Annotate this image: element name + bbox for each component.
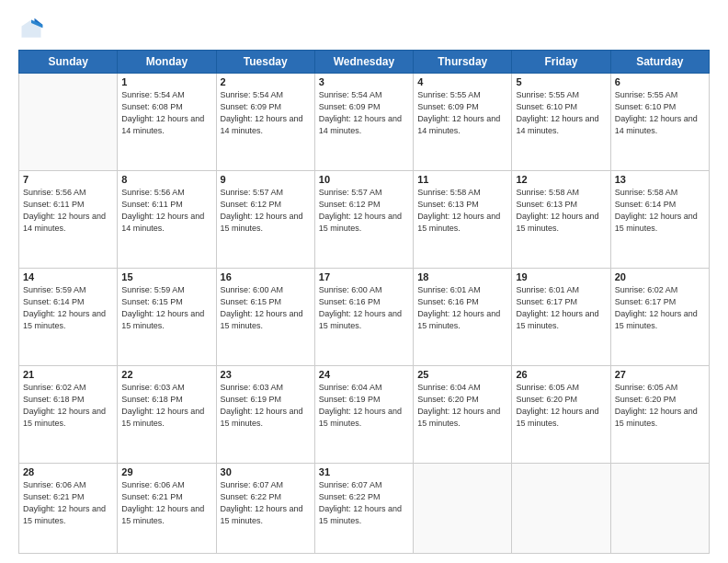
calendar-cell: 11Sunrise: 5:58 AM Sunset: 6:13 PM Dayli… xyxy=(414,170,512,268)
day-info: Sunrise: 5:59 AM Sunset: 6:14 PM Dayligh… xyxy=(23,284,113,332)
calendar-day-header: Sunday xyxy=(19,51,118,74)
calendar-cell: 13Sunrise: 5:58 AM Sunset: 6:14 PM Dayli… xyxy=(610,170,709,268)
calendar-cell: 31Sunrise: 6:07 AM Sunset: 6:22 PM Dayli… xyxy=(314,463,413,554)
calendar-week-row: 7Sunrise: 5:56 AM Sunset: 6:11 PM Daylig… xyxy=(19,170,710,268)
day-number: 23 xyxy=(221,369,311,380)
day-number: 24 xyxy=(319,369,409,380)
day-number: 21 xyxy=(23,369,113,380)
calendar-cell: 16Sunrise: 6:00 AM Sunset: 6:15 PM Dayli… xyxy=(216,268,314,365)
calendar-day-header: Saturday xyxy=(610,51,709,74)
day-number: 9 xyxy=(221,174,311,185)
day-number: 19 xyxy=(516,271,606,282)
calendar-cell: 6Sunrise: 5:55 AM Sunset: 6:10 PM Daylig… xyxy=(610,74,709,171)
calendar-cell: 29Sunrise: 6:06 AM Sunset: 6:21 PM Dayli… xyxy=(118,463,216,554)
calendar-cell: 25Sunrise: 6:04 AM Sunset: 6:20 PM Dayli… xyxy=(414,365,512,463)
calendar-cell: 12Sunrise: 5:58 AM Sunset: 6:13 PM Dayli… xyxy=(512,170,610,268)
day-number: 2 xyxy=(221,76,311,87)
calendar-cell: 2Sunrise: 5:54 AM Sunset: 6:09 PM Daylig… xyxy=(216,74,314,171)
day-number: 3 xyxy=(319,76,409,87)
calendar-cell: 14Sunrise: 5:59 AM Sunset: 6:14 PM Dayli… xyxy=(19,268,118,365)
day-number: 6 xyxy=(615,76,705,87)
day-number: 25 xyxy=(417,369,507,380)
calendar-cell: 28Sunrise: 6:06 AM Sunset: 6:21 PM Dayli… xyxy=(19,463,118,554)
day-info: Sunrise: 6:07 AM Sunset: 6:22 PM Dayligh… xyxy=(221,479,311,527)
header xyxy=(18,17,710,42)
calendar-day-header: Thursday xyxy=(414,51,512,74)
calendar-cell: 22Sunrise: 6:03 AM Sunset: 6:18 PM Dayli… xyxy=(118,365,216,463)
day-info: Sunrise: 5:54 AM Sunset: 6:09 PM Dayligh… xyxy=(221,89,311,137)
calendar-cell: 8Sunrise: 5:56 AM Sunset: 6:11 PM Daylig… xyxy=(118,170,216,268)
day-number: 27 xyxy=(615,369,705,380)
day-info: Sunrise: 5:54 AM Sunset: 6:09 PM Dayligh… xyxy=(319,89,409,137)
day-info: Sunrise: 5:55 AM Sunset: 6:10 PM Dayligh… xyxy=(516,89,606,137)
calendar-cell: 4Sunrise: 5:55 AM Sunset: 6:09 PM Daylig… xyxy=(414,74,512,171)
calendar-cell: 3Sunrise: 5:54 AM Sunset: 6:09 PM Daylig… xyxy=(314,74,413,171)
day-info: Sunrise: 5:59 AM Sunset: 6:15 PM Dayligh… xyxy=(121,284,211,332)
calendar-week-row: 28Sunrise: 6:06 AM Sunset: 6:21 PM Dayli… xyxy=(19,463,710,554)
calendar-week-row: 21Sunrise: 6:02 AM Sunset: 6:18 PM Dayli… xyxy=(19,365,710,463)
day-number: 28 xyxy=(23,466,113,477)
day-info: Sunrise: 6:07 AM Sunset: 6:22 PM Dayligh… xyxy=(319,479,409,527)
calendar-day-header: Friday xyxy=(512,51,610,74)
page: SundayMondayTuesdayWednesdayThursdayFrid… xyxy=(0,0,728,563)
day-number: 31 xyxy=(319,466,409,477)
day-number: 29 xyxy=(121,466,211,477)
day-info: Sunrise: 5:58 AM Sunset: 6:14 PM Dayligh… xyxy=(615,187,705,235)
day-number: 18 xyxy=(417,271,507,282)
day-number: 11 xyxy=(417,174,507,185)
day-number: 8 xyxy=(121,174,211,185)
day-number: 12 xyxy=(516,174,606,185)
day-number: 26 xyxy=(516,369,606,380)
calendar-cell: 10Sunrise: 5:57 AM Sunset: 6:12 PM Dayli… xyxy=(314,170,413,268)
day-info: Sunrise: 6:03 AM Sunset: 6:18 PM Dayligh… xyxy=(121,382,211,430)
day-info: Sunrise: 5:56 AM Sunset: 6:11 PM Dayligh… xyxy=(23,187,113,235)
day-info: Sunrise: 5:57 AM Sunset: 6:12 PM Dayligh… xyxy=(221,187,311,235)
day-number: 13 xyxy=(615,174,705,185)
day-info: Sunrise: 5:56 AM Sunset: 6:11 PM Dayligh… xyxy=(121,187,211,235)
calendar-cell: 17Sunrise: 6:00 AM Sunset: 6:16 PM Dayli… xyxy=(314,268,413,365)
day-number: 30 xyxy=(221,466,311,477)
calendar-cell: 24Sunrise: 6:04 AM Sunset: 6:19 PM Dayli… xyxy=(314,365,413,463)
day-number: 4 xyxy=(417,76,507,87)
day-info: Sunrise: 5:58 AM Sunset: 6:13 PM Dayligh… xyxy=(417,187,507,235)
calendar-cell: 15Sunrise: 5:59 AM Sunset: 6:15 PM Dayli… xyxy=(118,268,216,365)
day-info: Sunrise: 6:04 AM Sunset: 6:20 PM Dayligh… xyxy=(417,382,507,430)
day-info: Sunrise: 6:03 AM Sunset: 6:19 PM Dayligh… xyxy=(221,382,311,430)
day-info: Sunrise: 6:00 AM Sunset: 6:16 PM Dayligh… xyxy=(319,284,409,332)
calendar-table: SundayMondayTuesdayWednesdayThursdayFrid… xyxy=(18,50,710,554)
day-info: Sunrise: 6:04 AM Sunset: 6:19 PM Dayligh… xyxy=(319,382,409,430)
calendar-cell: 23Sunrise: 6:03 AM Sunset: 6:19 PM Dayli… xyxy=(216,365,314,463)
calendar-day-header: Monday xyxy=(118,51,216,74)
calendar-day-header: Tuesday xyxy=(216,51,314,74)
calendar-week-row: 1Sunrise: 5:54 AM Sunset: 6:08 PM Daylig… xyxy=(19,74,710,171)
calendar-cell: 21Sunrise: 6:02 AM Sunset: 6:18 PM Dayli… xyxy=(19,365,118,463)
day-number: 10 xyxy=(319,174,409,185)
calendar-week-row: 14Sunrise: 5:59 AM Sunset: 6:14 PM Dayli… xyxy=(19,268,710,365)
day-info: Sunrise: 5:55 AM Sunset: 6:09 PM Dayligh… xyxy=(417,89,507,137)
day-info: Sunrise: 6:00 AM Sunset: 6:15 PM Dayligh… xyxy=(221,284,311,332)
calendar-cell: 9Sunrise: 5:57 AM Sunset: 6:12 PM Daylig… xyxy=(216,170,314,268)
day-info: Sunrise: 5:54 AM Sunset: 6:08 PM Dayligh… xyxy=(121,89,211,137)
day-info: Sunrise: 6:02 AM Sunset: 6:18 PM Dayligh… xyxy=(23,382,113,430)
calendar-cell xyxy=(19,74,118,171)
calendar-cell: 20Sunrise: 6:02 AM Sunset: 6:17 PM Dayli… xyxy=(610,268,709,365)
calendar-cell xyxy=(610,463,709,554)
day-number: 5 xyxy=(516,76,606,87)
day-info: Sunrise: 5:57 AM Sunset: 6:12 PM Dayligh… xyxy=(319,187,409,235)
day-number: 17 xyxy=(319,271,409,282)
day-number: 14 xyxy=(23,271,113,282)
day-info: Sunrise: 6:02 AM Sunset: 6:17 PM Dayligh… xyxy=(615,284,705,332)
day-info: Sunrise: 6:06 AM Sunset: 6:21 PM Dayligh… xyxy=(121,479,211,527)
calendar-cell xyxy=(414,463,512,554)
day-info: Sunrise: 6:06 AM Sunset: 6:21 PM Dayligh… xyxy=(23,479,113,527)
day-number: 16 xyxy=(221,271,311,282)
calendar-header-row: SundayMondayTuesdayWednesdayThursdayFrid… xyxy=(19,51,710,74)
day-number: 1 xyxy=(121,76,211,87)
day-number: 20 xyxy=(615,271,705,282)
calendar-cell: 19Sunrise: 6:01 AM Sunset: 6:17 PM Dayli… xyxy=(512,268,610,365)
day-number: 7 xyxy=(23,174,113,185)
calendar-cell: 18Sunrise: 6:01 AM Sunset: 6:16 PM Dayli… xyxy=(414,268,512,365)
day-number: 22 xyxy=(121,369,211,380)
logo-icon xyxy=(18,17,44,42)
day-info: Sunrise: 6:01 AM Sunset: 6:16 PM Dayligh… xyxy=(417,284,507,332)
